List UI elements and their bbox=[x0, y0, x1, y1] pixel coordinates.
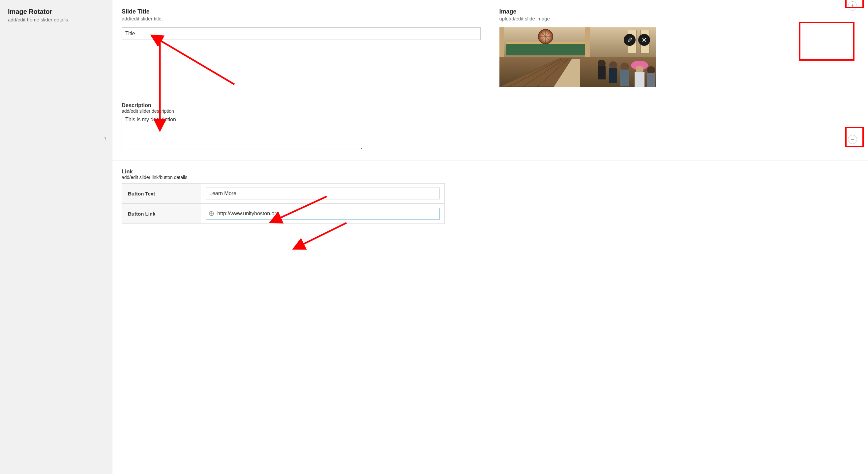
globe-icon bbox=[208, 210, 215, 217]
add-slide-button[interactable]: + bbox=[848, 1, 857, 10]
slide-title-heading: Slide Title bbox=[122, 8, 480, 15]
svg-rect-21 bbox=[609, 68, 617, 83]
button-link-input[interactable] bbox=[217, 208, 437, 219]
slide-title-subtitle: add/edit slider title. bbox=[122, 16, 480, 22]
image-heading: Image bbox=[499, 8, 859, 15]
description-subtitle: add/edit slider description bbox=[122, 108, 859, 114]
svg-rect-19 bbox=[598, 66, 606, 80]
description-heading: Description bbox=[122, 102, 859, 108]
description-textarea[interactable] bbox=[122, 114, 362, 150]
svg-rect-28 bbox=[647, 73, 655, 87]
pencil-icon bbox=[627, 37, 632, 43]
slide-title-input[interactable] bbox=[122, 27, 480, 40]
section-title: Image Rotator bbox=[8, 8, 105, 15]
remove-slide-button[interactable]: − bbox=[848, 135, 857, 144]
link-subtitle: add/edit slider link/button details bbox=[122, 175, 859, 180]
section-subtitle: add/edit home slider details bbox=[8, 17, 105, 23]
edit-image-button[interactable] bbox=[624, 34, 636, 46]
svg-rect-8 bbox=[499, 27, 504, 60]
slide-image-preview bbox=[499, 27, 656, 87]
sidebar: Image Rotator add/edit home slider detai… bbox=[0, 0, 112, 474]
minus-icon: − bbox=[851, 136, 855, 143]
remove-image-button[interactable] bbox=[638, 34, 650, 46]
button-text-input[interactable] bbox=[206, 188, 440, 199]
svg-rect-9 bbox=[585, 27, 590, 60]
plus-icon: + bbox=[851, 3, 855, 9]
slide-editor-panel: 1 Slide Title add/edit slider title. Ima… bbox=[112, 0, 868, 474]
button-text-label: Button Text bbox=[122, 184, 201, 203]
link-heading: Link bbox=[122, 168, 859, 175]
image-subtitle: upload/edit slide image bbox=[499, 16, 859, 22]
svg-rect-23 bbox=[620, 69, 629, 86]
svg-rect-26 bbox=[634, 72, 645, 87]
button-link-label: Button Link bbox=[122, 204, 201, 223]
row-number: 1 bbox=[104, 135, 106, 141]
close-icon bbox=[641, 37, 647, 43]
